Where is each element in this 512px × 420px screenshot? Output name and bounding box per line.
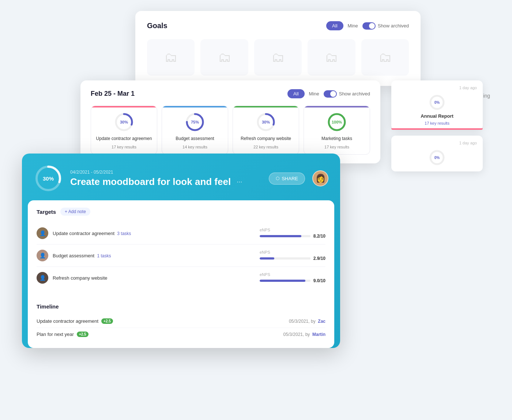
target-metric-1: eNPS 8.2/10 bbox=[260, 228, 325, 239]
target-avatar-3: 👤 bbox=[37, 272, 48, 284]
folder-icon: 🗂 bbox=[271, 50, 285, 65]
goals-all-button[interactable]: All bbox=[326, 21, 343, 30]
weekly-title: Feb 25 - Mar 1 bbox=[91, 90, 135, 98]
main-header: 30% 04/2/2021 - 05/2/2021 Create moodboa… bbox=[22, 154, 340, 200]
folder-item[interactable]: 🗂 bbox=[254, 39, 302, 76]
goal-card-3[interactable]: 30% Refresh company website 22 key resul… bbox=[233, 106, 299, 155]
toggle-switch[interactable] bbox=[362, 22, 376, 30]
goal-card-4[interactable]: 100% Marketing tasks 17 key results bbox=[304, 106, 370, 155]
toggle-switch-weekly[interactable] bbox=[324, 90, 337, 98]
right-card-2[interactable]: 1 day ago 0% bbox=[391, 136, 483, 171]
targets-section: Targets + Add note 👤 Update contractor a… bbox=[28, 200, 334, 296]
goal-cards: 30% Update contractor agreemen 17 key re… bbox=[91, 106, 370, 155]
right-card-sub-1: 17 key results bbox=[425, 121, 449, 125]
timeline-row-2: Plan for next year +2.5 05/3/2021, by Ma… bbox=[37, 328, 325, 341]
main-progress-ring: 30% bbox=[34, 164, 63, 193]
weekly-panel: Feb 25 - Mar 1 All Mine Show archived 30 bbox=[80, 80, 380, 163]
main-title: Create moodboard for look and feel bbox=[70, 176, 231, 188]
timeline-author-2: Martin bbox=[312, 332, 325, 337]
right-card-annual[interactable]: 1 day ago 0% Annual Report 17 key result… bbox=[391, 80, 483, 130]
timeline-title: Timeline bbox=[37, 303, 325, 310]
metric-bar-fill-2 bbox=[260, 257, 274, 260]
right-card-inner-2: 0% bbox=[397, 149, 477, 166]
avatar-emoji: 👩 bbox=[316, 174, 325, 183]
folder-item[interactable]: 🗂 bbox=[147, 39, 195, 76]
target-link-1[interactable]: 3 tasks bbox=[117, 231, 131, 236]
main-date: 04/2/2021 - 05/2/2021 bbox=[70, 170, 261, 175]
target-link-2[interactable]: 1 tasks bbox=[97, 253, 111, 258]
target-metric-2: eNPS 2.9/10 bbox=[260, 250, 325, 261]
scene: Goals All Mine Show archived 🗂 🗂 🗂 🗂 bbox=[0, 0, 512, 420]
weekly-mine-button[interactable]: Mine bbox=[309, 91, 319, 97]
timeline-row-1: Update contractor agreement +2.5 05/3/20… bbox=[37, 315, 325, 328]
folder-row: 🗂 🗂 🗂 🗂 🗂 bbox=[147, 39, 409, 76]
goal-card-name-4: Marketing tasks bbox=[321, 136, 352, 141]
goal-card-name-1: Update contractor agreemen bbox=[96, 136, 152, 141]
more-options-icon[interactable]: ··· bbox=[237, 178, 242, 186]
right-panel-top: 1 day ago 0% Annual Report 17 key result… bbox=[391, 80, 483, 177]
folder-icon: 🗂 bbox=[325, 50, 338, 65]
partial-text: ing bbox=[483, 93, 490, 99]
progress-ring-2: 75% bbox=[185, 112, 205, 132]
metric-label-1: eNPS bbox=[260, 228, 270, 232]
right-card-inner-1: 0% Annual Report 17 key results bbox=[397, 94, 477, 125]
goal-card-name-3: Refresh company website bbox=[241, 136, 291, 141]
weekly-archived-label: Show archived bbox=[339, 91, 370, 97]
metric-bar-fill-1 bbox=[260, 235, 301, 237]
weekly-archived-toggle[interactable]: Show archived bbox=[324, 90, 370, 98]
progress-label-1: 30% bbox=[120, 120, 128, 124]
timeline-item-1: Update contractor agreement +2.5 bbox=[37, 318, 113, 324]
badge-1: +2.5 bbox=[101, 318, 113, 324]
right-card-time-1: 1 day ago bbox=[397, 86, 477, 90]
right-card-time-2: 1 day ago bbox=[397, 141, 477, 145]
goals-archived-toggle[interactable]: Show archived bbox=[362, 22, 409, 30]
target-row-1: 👤 Update contractor agreement 3 tasks eN… bbox=[37, 222, 325, 245]
add-note-button[interactable]: + Add note bbox=[60, 208, 90, 216]
goal-card-name-2: Budget assessment bbox=[176, 136, 214, 141]
target-row-3: 👤 Refresh company website eNPS 9.0/10 bbox=[37, 267, 325, 289]
target-name-1: Update contractor agreement 3 tasks bbox=[53, 231, 255, 236]
main-panel: 30% 04/2/2021 - 05/2/2021 Create moodboa… bbox=[22, 154, 340, 348]
timeline-meta-2: 05/3/2021, by Martin bbox=[283, 332, 325, 337]
share-button[interactable]: ⬡ SHARE bbox=[269, 173, 305, 185]
weekly-filter-group: All Mine Show archived bbox=[287, 89, 370, 98]
metric-value-1: 8.2/10 bbox=[313, 234, 325, 239]
goals-filter-group: All Mine Show archived bbox=[326, 21, 409, 30]
archived-label: Show archived bbox=[378, 23, 409, 29]
metric-label-3: eNPS bbox=[260, 272, 270, 277]
avatar: 👩 bbox=[312, 170, 328, 186]
avatar-icon-1: 👤 bbox=[39, 230, 46, 236]
timeline-item-2: Plan for next year +2.5 bbox=[37, 332, 89, 337]
metric-bar-wrap-2: 2.9/10 bbox=[260, 256, 325, 261]
targets-title: Targets bbox=[37, 209, 56, 215]
metric-value-3: 9.0/10 bbox=[313, 278, 325, 283]
timeline-meta-1: 05/3/2021, by Zac bbox=[289, 319, 325, 324]
goal-card-2[interactable]: 75% Budget assessment 14 key results bbox=[162, 106, 228, 155]
progress-ring-1: 30% bbox=[114, 112, 134, 132]
progress-label-4: 100% bbox=[332, 120, 342, 124]
goals-title: Goals bbox=[147, 22, 167, 30]
goals-mine-button[interactable]: Mine bbox=[348, 23, 358, 29]
goal-card-results-3: 22 key results bbox=[253, 145, 278, 149]
timeline-author-1: Zac bbox=[318, 319, 325, 324]
folder-item[interactable]: 🗂 bbox=[361, 39, 409, 76]
folder-item[interactable]: 🗂 bbox=[200, 39, 248, 76]
target-name-2: Budget assessment 1 tasks bbox=[53, 253, 255, 258]
right-card-name-1: Annual Report bbox=[421, 113, 453, 119]
goal-card-1[interactable]: 30% Update contractor agreemen 17 key re… bbox=[91, 106, 157, 155]
goals-header: Goals All Mine Show archived bbox=[147, 21, 409, 30]
main-header-info: 04/2/2021 - 05/2/2021 Create moodboard f… bbox=[70, 170, 261, 188]
share-label: SHARE bbox=[282, 176, 298, 181]
target-metric-3: eNPS 9.0/10 bbox=[260, 272, 325, 283]
right-card-bottom-bar-1 bbox=[391, 128, 483, 130]
progress-ring-3: 30% bbox=[256, 112, 276, 132]
metric-label-2: eNPS bbox=[260, 250, 270, 254]
share-icon: ⬡ bbox=[276, 176, 279, 181]
goal-card-results-4: 17 key results bbox=[324, 145, 349, 149]
goals-panel: Goals All Mine Show archived 🗂 🗂 🗂 🗂 bbox=[135, 11, 421, 86]
goal-card-results-2: 14 key results bbox=[182, 145, 207, 149]
folder-item[interactable]: 🗂 bbox=[308, 39, 355, 76]
weekly-all-button[interactable]: All bbox=[287, 89, 304, 98]
metric-value-2: 2.9/10 bbox=[313, 256, 325, 261]
metric-bar-wrap-3: 9.0/10 bbox=[260, 278, 325, 283]
